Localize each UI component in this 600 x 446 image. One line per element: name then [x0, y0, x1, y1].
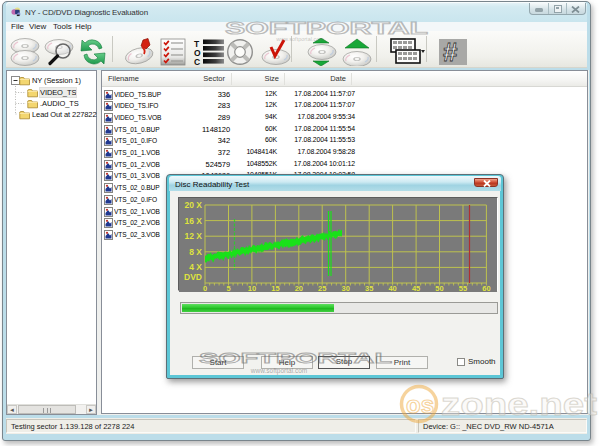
svg-text:16 X: 16 X	[185, 216, 203, 226]
svg-text:55: 55	[459, 284, 467, 292]
svg-text:#: #	[443, 38, 458, 66]
svg-text:40: 40	[388, 284, 396, 292]
svg-text:50: 50	[435, 284, 443, 292]
svg-text:60: 60	[482, 284, 490, 292]
svg-text:DVD: DVD	[184, 272, 202, 282]
svg-text:15: 15	[271, 284, 279, 292]
svg-text:10: 10	[248, 284, 256, 292]
svg-text:5: 5	[226, 284, 230, 292]
svg-text:8 X: 8 X	[189, 247, 202, 257]
svg-text:0: 0	[203, 284, 207, 292]
svg-text:20 X: 20 X	[185, 200, 203, 210]
svg-text:45: 45	[412, 284, 420, 292]
svg-text:C: C	[194, 57, 200, 66]
svg-text:35: 35	[365, 284, 373, 292]
svg-text:30: 30	[342, 284, 350, 292]
svg-text:12 X: 12 X	[185, 231, 203, 241]
svg-text:20: 20	[295, 284, 303, 292]
svg-text:25: 25	[318, 284, 326, 292]
